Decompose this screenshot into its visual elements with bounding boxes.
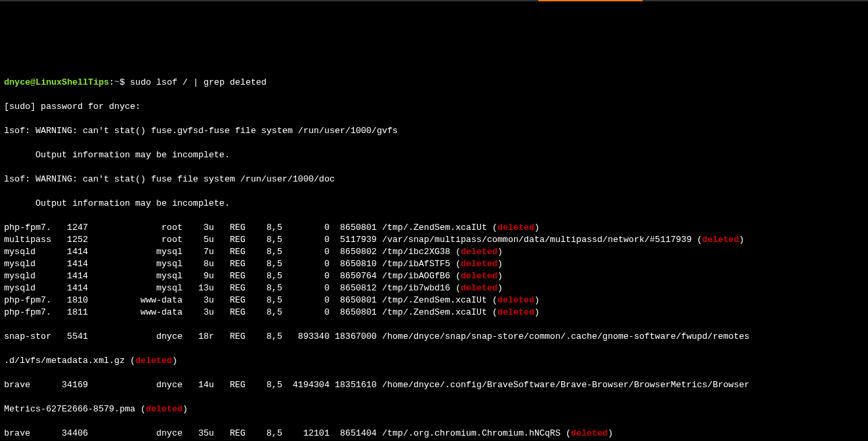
- prompt-user: dnyce: [4, 77, 30, 87]
- lsof-row-wrap: snap-stor 5541 dnyce 18r REG 8,5 893340 …: [4, 331, 864, 343]
- sudo-prompt: [sudo] password for dnyce:: [4, 101, 864, 113]
- lsof-row-text: php-fpm7. 1810 www-data 3u REG 8,5 0 865…: [4, 295, 497, 305]
- lsof-row: php-fpm7. 1811 www-data 3u REG 8,5 0 865…: [4, 307, 864, 319]
- warning-line: Output information may be incomplete.: [4, 149, 864, 161]
- deleted-tag: deleted: [135, 356, 172, 366]
- warning-line: Output information may be incomplete.: [4, 198, 864, 210]
- lsof-row: multipass 1252 root 5u REG 8,5 0 5117939…: [4, 234, 864, 246]
- lsof-row-wrap: Metrics-627E2666-8579.pma (deleted): [4, 403, 864, 415]
- lsof-row: php-fpm7. 1810 www-data 3u REG 8,5 0 865…: [4, 294, 864, 307]
- lsof-row: mysqld 1414 mysql 9u REG 8,5 0 8650764 /…: [4, 270, 864, 282]
- warning-line: lsof: WARNING: can't stat() fuse file sy…: [4, 173, 864, 186]
- deleted-tag: deleted: [497, 307, 534, 317]
- prompt-host: LinuxShellTips: [36, 77, 109, 87]
- command-text: sudo lsof / | grep deleted: [124, 77, 266, 87]
- lsof-row-text: mysqld 1414 mysql 9u REG 8,5 0 8650764 /…: [4, 271, 461, 281]
- deleted-tag: deleted: [571, 428, 608, 438]
- lsof-rows: brave 34406 dnyce 35u REG 8,5 12101 8651…: [4, 428, 864, 441]
- lsof-row-text: brave 34406 dnyce 35u REG 8,5 12101 8651…: [4, 428, 571, 438]
- deleted-tag: deleted: [461, 271, 498, 281]
- lsof-row-text: mysqld 1414 mysql 8u REG 8,5 0 8650810 /…: [4, 259, 461, 269]
- lsof-row: mysqld 1414 mysql 8u REG 8,5 0 8650810 /…: [4, 258, 864, 270]
- lsof-rows: php-fpm7. 1247 root 3u REG 8,5 0 8650801…: [4, 222, 864, 319]
- warning-line: lsof: WARNING: can't stat() fuse.gvfsd-f…: [4, 125, 864, 137]
- lsof-row-text: mysqld 1414 mysql 13u REG 8,5 0 8650812 …: [4, 283, 461, 293]
- window-topbar: [0, 0, 868, 1]
- terminal-output[interactable]: dnyce@LinuxShellTips:~$ sudo lsof / | gr…: [4, 65, 864, 441]
- deleted-tag: deleted: [702, 235, 739, 245]
- prompt-at: @: [30, 77, 36, 87]
- deleted-tag: deleted: [461, 259, 498, 269]
- lsof-row-wrap: brave 34169 dnyce 14u REG 8,5 4194304 18…: [4, 379, 864, 391]
- prompt-line: dnyce@LinuxShellTips:~$ sudo lsof / | gr…: [4, 77, 864, 89]
- deleted-tag: deleted: [461, 247, 498, 257]
- deleted-tag: deleted: [497, 295, 534, 305]
- lsof-row-text: multipass 1252 root 5u REG 8,5 0 5117939…: [4, 235, 702, 245]
- deleted-tag: deleted: [146, 404, 183, 414]
- lsof-row: mysqld 1414 mysql 7u REG 8,5 0 8650802 /…: [4, 246, 864, 258]
- deleted-tag: deleted: [497, 223, 534, 233]
- lsof-row-text: mysqld 1414 mysql 7u REG 8,5 0 8650802 /…: [4, 247, 461, 257]
- lsof-row: brave 34406 dnyce 35u REG 8,5 12101 8651…: [4, 428, 864, 440]
- prompt-cwd: ~: [114, 77, 120, 87]
- lsof-row: php-fpm7. 1247 root 3u REG 8,5 0 8650801…: [4, 222, 864, 234]
- deleted-tag: deleted: [461, 283, 498, 293]
- lsof-row-wrap: .d/lvfs/metadata.xml.gz (deleted): [4, 355, 864, 367]
- lsof-row-text: php-fpm7. 1247 root 3u REG 8,5 0 8650801…: [4, 223, 497, 233]
- prompt-colon: :: [109, 77, 114, 87]
- lsof-row-text: php-fpm7. 1811 www-data 3u REG 8,5 0 865…: [4, 307, 497, 317]
- lsof-row: mysqld 1414 mysql 13u REG 8,5 0 8650812 …: [4, 282, 864, 294]
